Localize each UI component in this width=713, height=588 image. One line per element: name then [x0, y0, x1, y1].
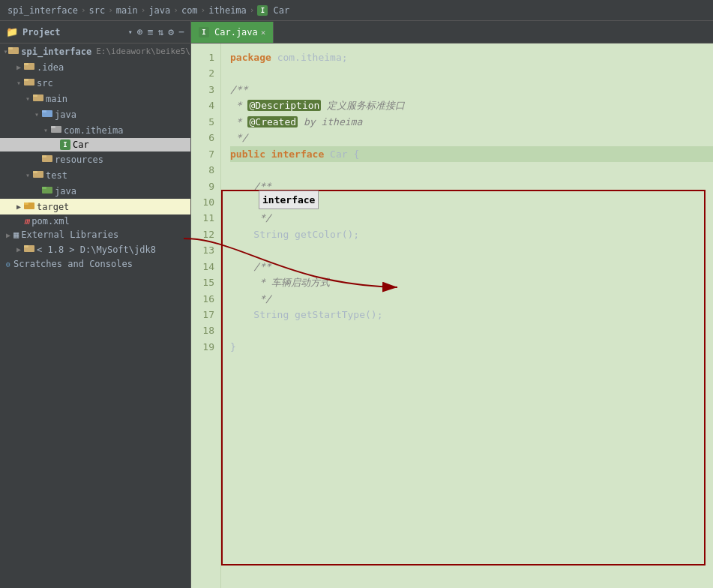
svg-rect-7: [33, 94, 37, 97]
tree-label-main: main: [46, 94, 67, 104]
tree-path-spi: E:\ideawork\beike5\: [96, 46, 190, 56]
package-icon: [51, 124, 61, 136]
main-layout: 📁 Project ▾ ⊕ ≡ ⇅ ⚙ − ▾ spi_interface E:…: [0, 21, 713, 588]
tree-item-scratches[interactable]: ⚙ Scratches and Consoles: [0, 257, 190, 271]
editor-tabs: I Car.java ×: [191, 21, 713, 44]
sidebar-header: 📁 Project ▾ ⊕ ≡ ⇅ ⚙ −: [0, 21, 190, 44]
breadcrumb-item-car[interactable]: Car: [273, 5, 289, 16]
code-line-2: [230, 65, 713, 81]
sidebar-toolbar: ⊕ ≡ ⇅ ⚙ −: [137, 26, 184, 38]
tree-item-main[interactable]: ▾ main: [0, 91, 190, 106]
code-line-1: package com.itheima;: [230, 50, 713, 65]
line-numbers: 1 2 3 4 5 6 7 8 9 10 11 12 13 14 15 16 1…: [191, 44, 221, 588]
folder-icon-resources: [42, 153, 52, 166]
tab-label-car: Car.java: [214, 27, 258, 38]
interface-badge-tree: I: [60, 140, 70, 150]
tree-item-spi-interface[interactable]: ▾ spi_interface E:\ideawork\beike5\: [0, 44, 190, 59]
svg-rect-21: [24, 245, 28, 248]
interface-badge-breadcrumb: I: [257, 5, 268, 16]
code-editor[interactable]: package com.itheima; /** * @Description …: [221, 44, 713, 588]
breadcrumb-item-spi[interactable]: spi_interface: [7, 5, 78, 16]
code-line-3: /**: [230, 82, 713, 98]
expand-arrow: ▾: [3, 47, 8, 56]
code-line-13: [230, 242, 713, 258]
tree-label-src: src: [37, 78, 53, 88]
svg-rect-17: [42, 187, 46, 189]
tree-item-test[interactable]: ▾ test: [0, 167, 190, 183]
folder-icon-main: [33, 92, 43, 105]
sidebar-title: Project: [22, 27, 124, 38]
code-line-14: /**: [230, 259, 713, 274]
tree-label-pom: pom.xml: [31, 216, 70, 226]
tree-item-target[interactable]: ▶ target: [0, 199, 190, 214]
breadcrumb-item-com[interactable]: com: [181, 5, 198, 16]
tree-item-test-java[interactable]: java: [0, 183, 190, 199]
code-line-15: * 车辆启动方式: [230, 274, 713, 290]
tree-item-idea[interactable]: ▶ .idea: [0, 59, 190, 75]
breadcrumb-item-itheima[interactable]: itheima: [208, 5, 247, 16]
tree-label-test: test: [46, 170, 67, 181]
code-line-12: String getColor();: [230, 226, 713, 242]
tree-item-resources[interactable]: resources: [0, 152, 190, 167]
code-line-16: */: [230, 291, 713, 307]
folder-icon-target: [24, 200, 34, 213]
breadcrumb-item-src[interactable]: src: [89, 5, 106, 16]
jdk-icon: [24, 243, 34, 256]
code-line-19: }: [230, 339, 713, 355]
tree-item-jdk8[interactable]: ▶ < 1.8 > D:\MySoft\jdk8: [0, 242, 190, 257]
tree-item-pom[interactable]: m pom.xml: [0, 214, 190, 228]
svg-rect-9: [42, 110, 46, 112]
code-line-18: [230, 322, 713, 338]
folder-icon-small: 📁: [6, 26, 18, 38]
code-line-11: */: [230, 210, 713, 226]
tree-label-external-libs: External Libraries: [21, 230, 118, 240]
tab-interface-badge: I: [199, 27, 209, 38]
folder-icon-idea: [24, 61, 34, 74]
tree-label-target: target: [37, 202, 69, 212]
structure-icon[interactable]: ≡: [148, 26, 154, 38]
code-line-10: * 车辆颜色: [230, 194, 713, 210]
editor-content: 1 2 3 4 5 6 7 8 9 10 11 12 13 14 15 16 1…: [191, 44, 713, 588]
code-line-17: String getStartType();: [230, 307, 713, 322]
tree-item-java-src[interactable]: ▾ java: [0, 106, 190, 122]
svg-rect-11: [51, 126, 55, 128]
svg-rect-13: [42, 155, 46, 158]
tree-label-resources: resources: [55, 154, 103, 165]
tree-item-external-libs[interactable]: ▶ ▦ External Libraries: [0, 228, 190, 242]
add-icon[interactable]: ⊕: [137, 26, 143, 38]
breadcrumb-item-java[interactable]: java: [148, 5, 170, 16]
code-line-7: public interface Car {: [230, 146, 713, 162]
ext-libs-icon: ▦: [13, 230, 19, 240]
folder-icon-test: [33, 169, 43, 182]
tree-item-car[interactable]: I Car: [0, 138, 190, 152]
tree-label-spi-interface: spi_interface: [21, 46, 91, 57]
tree-item-src[interactable]: ▾ src: [0, 75, 190, 91]
tree-label-com-itheima: com.itheima: [64, 125, 123, 136]
sort-icon[interactable]: ⇅: [158, 26, 164, 38]
tree-item-com-itheima[interactable]: ▾ com.itheima: [0, 122, 190, 138]
tab-close-button[interactable]: ×: [261, 28, 266, 38]
tree-label-car: Car: [73, 140, 89, 150]
tree-label-idea: .idea: [37, 62, 64, 73]
code-line-9: /**: [230, 178, 713, 194]
code-line-4: * @Description 定义服务标准接口: [230, 98, 713, 113]
settings-icon[interactable]: ⚙: [168, 26, 174, 38]
minimize-icon[interactable]: −: [178, 26, 184, 38]
svg-rect-15: [33, 171, 37, 173]
breadcrumb-item-main[interactable]: main: [116, 5, 138, 16]
chevron-down-icon[interactable]: ▾: [128, 28, 133, 36]
folder-icon-java-src: [42, 108, 52, 121]
pom-icon: m: [24, 216, 29, 226]
svg-rect-3: [24, 63, 28, 65]
tree-label-scratches: Scratches and Consoles: [13, 259, 133, 269]
code-line-5: * @Created by itheima: [230, 114, 713, 130]
breadcrumb: spi_interface › src › main › java › com …: [0, 0, 713, 21]
editor-area: I Car.java × 1 2 3 4 5 6 7 8 9 10 11 12 …: [191, 21, 713, 588]
tree-label-java-src: java: [55, 110, 76, 120]
editor-tab-car[interactable]: I Car.java ×: [191, 22, 274, 43]
code-line-6: */: [230, 130, 713, 146]
folder-icon-src: [24, 76, 34, 89]
svg-rect-1: [8, 47, 13, 50]
tree-label-test-java: java: [55, 186, 76, 196]
folder-icon-spi: [8, 45, 19, 58]
